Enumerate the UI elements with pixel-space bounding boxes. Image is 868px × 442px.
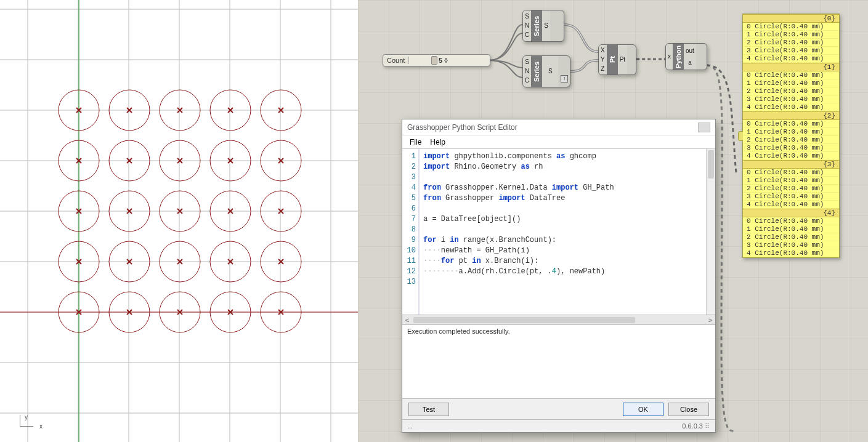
- series1-body: Series: [531, 10, 542, 41]
- port-s-in-2[interactable]: S: [525, 58, 529, 66]
- port-n-in[interactable]: N: [525, 22, 529, 30]
- port-y[interactable]: Y: [601, 56, 605, 63]
- port-s-out-2[interactable]: S: [544, 68, 556, 75]
- port-a[interactable]: a: [686, 59, 694, 66]
- panel-item: 4 Circle(R:0.40 mm): [743, 201, 839, 209]
- graft-icon[interactable]: ↑: [561, 75, 568, 82]
- panel-item: 2 Circle(R:0.40 mm): [743, 136, 839, 144]
- python-body: Python: [673, 44, 684, 70]
- panel-item: 0 Circle(R:0.40 mm): [743, 217, 839, 225]
- editor-statusbar: ... 0.6.0.3 ⠿: [402, 420, 715, 432]
- panel-item: 0 Circle(R:0.40 mm): [743, 23, 839, 31]
- panel-branch-header: {4}: [743, 209, 839, 217]
- panel-branch-header: {3}: [743, 160, 839, 169]
- vscroll-thumb[interactable]: [708, 150, 714, 179]
- data-panel[interactable]: {0}0 Circle(R:0.40 mm)1 Circle(R:0.40 mm…: [742, 14, 840, 258]
- axis-x-label: x: [39, 423, 43, 430]
- panel-branch-header: {0}: [743, 14, 839, 23]
- panel-item: 3 Circle(R:0.40 mm): [743, 241, 839, 249]
- panel-item: 3 Circle(R:0.40 mm): [743, 47, 839, 55]
- panel-item: 1 Circle(R:0.40 mm): [743, 177, 839, 185]
- code-editor[interactable]: import ghpythonlib.components as ghcomp …: [420, 149, 715, 315]
- port-pt-out[interactable]: Pt: [620, 56, 625, 63]
- panel-item: 4 Circle(R:0.40 mm): [743, 55, 839, 63]
- test-button[interactable]: Test: [408, 403, 449, 416]
- construct-point-node[interactable]: X Y Z Pt Pt: [598, 44, 636, 75]
- python-editor-window[interactable]: Grasshopper Python Script Editor File He…: [402, 119, 716, 433]
- series2-out-ports: S: [542, 56, 558, 87]
- series2-in-ports: S N C: [523, 56, 531, 87]
- pt-body: Pt: [607, 45, 618, 74]
- status-left: ...: [407, 422, 413, 430]
- port-x-in[interactable]: x: [668, 53, 671, 60]
- series2-body: Series: [531, 56, 542, 87]
- axis-gnomon: [20, 419, 37, 431]
- port-out[interactable]: out: [686, 47, 694, 55]
- panel-item: 1 Circle(R:0.40 mm): [743, 79, 839, 87]
- panel-item: 2 Circle(R:0.40 mm): [743, 39, 839, 47]
- panel-item: 2 Circle(R:0.40 mm): [743, 185, 839, 193]
- panel-item: 0 Circle(R:0.40 mm): [743, 169, 839, 177]
- editor-title: Grasshopper Python Script Editor: [407, 123, 517, 132]
- slider-track[interactable]: 5 ◊: [409, 55, 477, 66]
- series-node-1[interactable]: S N C Series S: [522, 10, 564, 42]
- line-gutter: 1 2 3 4 5 6 7 8 9 10 11 12 13: [402, 149, 420, 315]
- scroll-right-icon[interactable]: >: [705, 316, 715, 324]
- panel-item: 2 Circle(R:0.40 mm): [743, 233, 839, 241]
- slider-grip[interactable]: [431, 56, 437, 65]
- resize-grip-icon[interactable]: ⠿: [705, 422, 710, 430]
- port-c-in[interactable]: C: [525, 31, 529, 39]
- python-script-node[interactable]: x Python out a: [665, 43, 707, 70]
- close-button[interactable]: Close: [668, 403, 709, 416]
- execution-output: Execution completed successfully.: [402, 325, 715, 399]
- panel-item: 1 Circle(R:0.40 mm): [743, 31, 839, 39]
- series-node-2[interactable]: S N C Series S: [522, 55, 570, 87]
- panel-item: 0 Circle(R:0.40 mm): [743, 120, 839, 128]
- panel-branch-header: {1}: [743, 63, 839, 71]
- code-area: 1 2 3 4 5 6 7 8 9 10 11 12 13 import ghp…: [402, 149, 715, 315]
- scroll-left-icon[interactable]: <: [402, 316, 412, 324]
- code-vscrollbar[interactable]: [706, 149, 715, 315]
- port-c-in-2[interactable]: C: [525, 77, 529, 84]
- pt-out-ports: Pt: [618, 45, 627, 74]
- code-hscrollbar[interactable]: < >: [402, 315, 715, 325]
- panel-input-nub[interactable]: [738, 131, 743, 141]
- panel-item: 4 Circle(R:0.40 mm): [743, 249, 839, 257]
- editor-menubar: File Help: [402, 135, 715, 149]
- port-z[interactable]: Z: [601, 65, 605, 73]
- status-version: 0.6.0.3: [682, 422, 703, 430]
- menu-file[interactable]: File: [410, 138, 421, 147]
- hscroll-thumb[interactable]: [413, 317, 635, 323]
- port-x[interactable]: X: [601, 47, 605, 54]
- viewport-svg: [0, 0, 358, 442]
- panel-item: 0 Circle(R:0.40 mm): [743, 71, 839, 79]
- panel-item: 3 Circle(R:0.40 mm): [743, 193, 839, 201]
- python-in-ports: x: [666, 44, 673, 70]
- editor-button-bar: Test OK Close: [402, 399, 715, 420]
- slider-label: Count: [383, 57, 409, 64]
- panel-item: 3 Circle(R:0.40 mm): [743, 95, 839, 103]
- ok-button[interactable]: OK: [623, 403, 663, 416]
- port-s-out[interactable]: S: [544, 22, 548, 30]
- menu-help[interactable]: Help: [430, 138, 445, 147]
- series1-out-ports: S: [542, 10, 550, 41]
- port-n-in-2[interactable]: N: [525, 68, 529, 75]
- pt-in-ports: X Y Z: [599, 45, 607, 74]
- panel-item: 1 Circle(R:0.40 mm): [743, 128, 839, 136]
- count-slider[interactable]: Count 5 ◊: [383, 54, 490, 66]
- slider-value: 5 ◊: [439, 57, 448, 64]
- panel-item: 4 Circle(R:0.40 mm): [743, 103, 839, 111]
- python-out-ports: out a: [684, 44, 696, 70]
- editor-titlebar[interactable]: Grasshopper Python Script Editor: [402, 119, 715, 135]
- panel-item: 1 Circle(R:0.40 mm): [743, 225, 839, 233]
- axis-y-label: y: [25, 414, 28, 420]
- series1-in-ports: S N C: [523, 10, 531, 41]
- panel-item: 3 Circle(R:0.40 mm): [743, 144, 839, 152]
- port-s-in[interactable]: S: [525, 13, 529, 20]
- close-icon[interactable]: [698, 123, 710, 132]
- panel-item: 2 Circle(R:0.40 mm): [743, 87, 839, 95]
- rhino-viewport[interactable]: x y: [0, 0, 358, 442]
- panel-item: 4 Circle(R:0.40 mm): [743, 152, 839, 160]
- panel-branch-header: {2}: [743, 111, 839, 120]
